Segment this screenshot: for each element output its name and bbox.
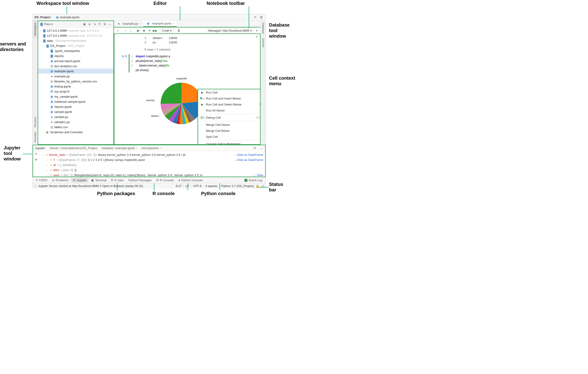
- settings-icon[interactable]: ✻: [102, 22, 107, 27]
- ctx-item[interactable]: ▶Run Cell^⏎: [198, 89, 261, 95]
- tool-r-console[interactable]: RR Console: [155, 178, 176, 182]
- lock-icon[interactable]: 🔒: [256, 184, 259, 188]
- cell-type-select[interactable]: Code▾: [160, 28, 173, 33]
- file-node[interactable]: ▇.ipynb_checkpoints: [38, 48, 114, 53]
- delete-cell-icon[interactable]: 🗑: [176, 28, 181, 33]
- file-node[interactable]: ▤doc-analytics.csv: [38, 63, 114, 69]
- edit-config-icon[interactable]: ✎: [253, 15, 258, 20]
- run-all-icon[interactable]: ▶▶: [153, 28, 158, 33]
- file-node[interactable]: Rmy-script.R: [38, 89, 114, 94]
- add-cell-icon[interactable]: +: [115, 28, 120, 33]
- stop-icon[interactable]: ■: [142, 28, 146, 33]
- gear-icon[interactable]: ✻: [35, 158, 37, 161]
- ctx-item[interactable]: ⌦Debug Cell⌥⇧⏎: [198, 114, 261, 121]
- more-icon[interactable]: ≡: [254, 28, 259, 33]
- editor-tab[interactable]: ●example.py×: [114, 20, 143, 27]
- editor-tab[interactable]: ▣example.ipynb×: [143, 20, 177, 27]
- svg-text:sklearn: sklearn: [151, 114, 159, 117]
- status-indent[interactable]: 4 spaces: [205, 184, 218, 188]
- variable-row[interactable]: ›≡axes = {list: 2} [RangeIndex(start=0, …: [41, 172, 263, 177]
- view-as-link[interactable]: …View as DataFrame: [234, 153, 263, 157]
- variable-row[interactable]: ›≡at = {_AtIndexer}: [41, 162, 263, 167]
- breadcrumb-root[interactable]: DS_Project: [34, 15, 50, 19]
- jupyter-title: Jupyter:: [35, 146, 45, 150]
- restart-icon[interactable]: ↻: [147, 28, 152, 33]
- breadcrumb-file[interactable]: example.ipynb: [60, 15, 79, 19]
- file-node[interactable]: ▣annual-report.ipynb: [38, 58, 114, 63]
- tool-event-log[interactable]: 1Event Log: [242, 178, 264, 182]
- refresh-icon[interactable]: ⟳: [35, 152, 37, 156]
- status-encoding[interactable]: UTF-8: [193, 184, 201, 188]
- code-content[interactable]: import matplotlib.pyplot a plt.pie(kerne…: [134, 54, 170, 72]
- file-node[interactable]: ●example.py: [38, 74, 114, 79]
- locate-icon[interactable]: ⊕: [87, 22, 92, 27]
- trash-icon[interactable]: 🗑: [259, 15, 264, 20]
- data-dir-node[interactable]: ⌄▇data~/PycharmProjects/data: [38, 38, 114, 43]
- hide-icon[interactable]: —: [260, 146, 263, 150]
- run-cursor-icon[interactable]: ▶I: [136, 28, 141, 33]
- ctx-item[interactable]: ▶Run Cell and Select Below⇧⏎: [198, 101, 261, 107]
- settings-icon[interactable]: ✻: [253, 146, 256, 150]
- project-dir-node[interactable]: ⌄▇DS_Project~/DS_Project: [38, 43, 114, 48]
- new-dir-icon[interactable]: ▣: [82, 22, 87, 27]
- workspace-toolbar: ▇ Files▾ ▣ ⊕ ⇲ ⇱ ✻ —: [38, 21, 114, 28]
- branch-icon[interactable]: ⎇: [261, 184, 264, 188]
- tab-workspace[interactable]: Workspace: [33, 20, 37, 38]
- file-node[interactable]: ▣reports.ipynb: [38, 104, 114, 109]
- file-node[interactable]: ▣linking.ipynb: [38, 84, 114, 89]
- ctx-item[interactable]: Split Cell: [198, 134, 261, 140]
- file-node[interactable]: ▣my_sample.ipynb: [38, 94, 114, 99]
- tool-python-console[interactable]: ●Python Console: [177, 178, 205, 182]
- tool-python-packages[interactable]: Python Packages: [126, 178, 154, 182]
- cell-context-menu: ▶Run Cell^⏎▶+Run Cell and Insert Below▶R…: [198, 89, 261, 145]
- view-as-link[interactable]: '… View: [252, 173, 263, 177]
- close-icon[interactable]: ×: [139, 22, 140, 25]
- move-down-icon[interactable]: ↓: [128, 28, 133, 33]
- workspace-tool: ▇ Files▾ ▣ ⊕ ⇲ ⇱ ✻ — ›▇127.0.0.1:8888sou…: [38, 20, 114, 145]
- tool-jupyter[interactable]: ⟳Jupyter: [71, 178, 89, 182]
- tab-favorites[interactable]: Favorites: [33, 130, 37, 145]
- tab-structure[interactable]: Structure: [33, 115, 37, 130]
- ipynb-icon: ▣: [50, 85, 54, 88]
- variable-row[interactable]: ›≡T = {DataFrame: (7, 20)} 0 1 2 3 4 5 \…: [41, 157, 263, 162]
- view-as-link[interactable]: …View as DataFrame: [234, 158, 263, 162]
- ctx-item[interactable]: Merge Cell Below: [198, 128, 261, 134]
- tool-todo[interactable]: ≡TODO: [34, 178, 49, 182]
- tool-problems[interactable]: ⊘Problems: [50, 178, 70, 182]
- server-node[interactable]: ›▇127.0.0.1:8888sources root, 127.0.0.1:: [38, 28, 114, 33]
- expand-icon[interactable]: ⇲: [92, 22, 97, 27]
- scratches-node[interactable]: ›◧Scratches and Consoles: [38, 130, 114, 135]
- file-node[interactable]: ▣sample.ipynb: [38, 109, 114, 114]
- file-node[interactable]: ●sample.py: [38, 114, 114, 119]
- code-cell[interactable]: In 5 123 import matplotlib.pyplot a plt.…: [115, 54, 260, 72]
- file-node[interactable]: ▣example.ipynb: [38, 69, 114, 74]
- tool-terminal[interactable]: ▣Terminal: [89, 178, 108, 182]
- tool-r-jobs[interactable]: RR Jobs: [109, 178, 126, 182]
- server-node[interactable]: ▇127.0.0.1:8889sources root, 127.0.0.1:8: [38, 33, 114, 38]
- workspace-view-dropdown[interactable]: Files▾: [44, 22, 53, 26]
- status-line-ending[interactable]: LF: [186, 184, 189, 188]
- file-node[interactable]: ▤table1.csv: [38, 124, 114, 130]
- collapse-icon[interactable]: ⇱: [97, 22, 102, 27]
- server-select[interactable]: Managed: http://localhost:8886▾: [207, 28, 253, 33]
- status-interpreter[interactable]: Python 3.7 (DS_Project): [221, 184, 254, 188]
- ctx-item[interactable]: Merge Cell Above: [198, 122, 261, 128]
- jupyter-vars-tab[interactable]: Variables: example.ipynb ×: [101, 146, 137, 150]
- ctx-item[interactable]: Convert Cell to Markdown: [198, 141, 261, 145]
- ctx-item[interactable]: Run All Above: [198, 107, 261, 113]
- annot-servers: servers and directories: [0, 41, 26, 52]
- hide-icon[interactable]: —: [107, 22, 112, 27]
- move-up-icon[interactable]: ↑: [123, 28, 127, 33]
- close-icon[interactable]: ×: [172, 22, 174, 25]
- file-node[interactable]: ›▇reports: [38, 53, 114, 58]
- file-node[interactable]: ●sample1.py: [38, 119, 114, 124]
- tab-sciview[interactable]: SciView: [262, 36, 265, 50]
- tab-database[interactable]: Database: [262, 20, 265, 36]
- file-node[interactable]: ▤libraries_by_python_version.csv: [38, 79, 114, 84]
- status-box-icon[interactable]: ▢: [34, 184, 37, 188]
- variable-row[interactable]: ›≡attrs = {dict: 0} {}: [41, 167, 263, 172]
- jupyter-introspection-tab[interactable]: Introspection ×: [141, 146, 161, 150]
- file-node[interactable]: ▣notebook-sample.ipynb: [38, 99, 114, 104]
- ctx-item[interactable]: ▶+Run Cell and Insert Below: [198, 95, 261, 101]
- variable-row[interactable]: ⌄≡kernel_stats = {DataFrame: (20, 7)} li…: [41, 152, 263, 157]
